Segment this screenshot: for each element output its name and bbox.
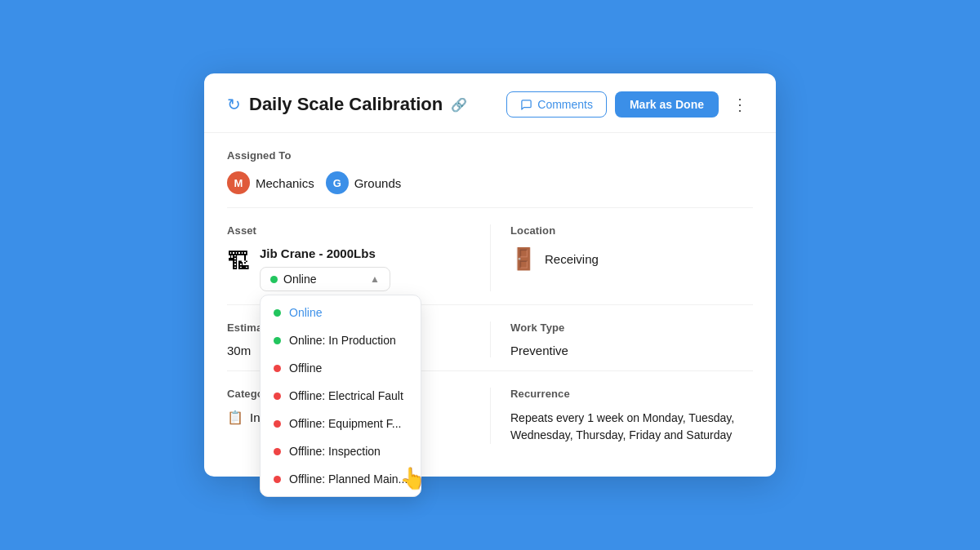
status-dropdown-menu: Online Online: In Production Offline [260, 295, 421, 497]
worktype-col: Work Type Preventive [490, 322, 753, 357]
dropdown-item-online-production[interactable]: Online: In Production [261, 326, 421, 354]
asset-col: Asset 🏗 Jib Crane - 2000Lbs Online ▲ [227, 224, 490, 291]
recurrence-col: Recurrence Repeats every 1 week on Monda… [490, 388, 753, 444]
asset-row: 🏗 Jib Crane - 2000Lbs Online ▲ [227, 246, 470, 291]
more-options-button[interactable]: ⋮ [727, 91, 753, 118]
avatar-mechanics: M [227, 171, 250, 194]
dot-offline-equipment [274, 420, 281, 428]
assignee-mechanics-name: Mechanics [256, 176, 314, 190]
status-dropdown-button[interactable]: Online ▲ [260, 267, 390, 291]
dropdown-item-offline-inspection[interactable]: Offline: Inspection 👆 [261, 437, 421, 465]
dropdown-item-offline-label: Offline [289, 361, 322, 375]
dropdown-item-online-label: Online [289, 306, 322, 319]
recurrence-text: Repeats every 1 week on Monday, Tuesday,… [510, 410, 753, 444]
dropdown-item-offline-electrical-label: Offline: Electrical Fault [289, 389, 403, 402]
asset-label: Asset [227, 224, 470, 237]
dot-offline-electrical [274, 393, 281, 400]
dropdown-item-offline-inspection-label: Offline: Inspection [289, 445, 381, 458]
assigned-to-section: Assigned To M Mechanics G Grounds [227, 133, 753, 208]
location-name: Receiving [545, 252, 599, 266]
mark-as-done-button[interactable]: Mark as Done [615, 91, 719, 118]
location-row: 🚪 Receiving [510, 246, 753, 272]
assigned-to-label: Assigned To [227, 149, 753, 162]
dropdown-item-online[interactable]: Online [261, 299, 421, 326]
status-dot-selected [270, 276, 278, 283]
link-icon[interactable]: 🔗 [451, 97, 467, 113]
refresh-icon: ↻ [227, 95, 241, 114]
status-dropdown-container: Online ▲ Online [260, 267, 470, 291]
asset-name: Jib Crane - 2000Lbs [260, 246, 470, 260]
comments-button[interactable]: Comments [506, 91, 607, 118]
header-actions: Comments Mark as Done ⋮ [506, 91, 753, 118]
chevron-up-icon: ▲ [370, 273, 380, 285]
main-modal: ↻ Daily Scale Calibration 🔗 Comments Mar… [204, 73, 776, 477]
worktype-value: Preventive [510, 344, 753, 357]
assignee-grounds: G Grounds [326, 171, 402, 194]
assignees-list: M Mechanics G Grounds [227, 171, 753, 194]
dropdown-item-offline[interactable]: Offline [261, 354, 421, 382]
recurrence-label: Recurrence [510, 388, 753, 400]
location-label: Location [510, 224, 753, 237]
location-col: Location 🚪 Receiving [490, 224, 753, 291]
dropdown-item-offline-electrical[interactable]: Offline: Electrical Fault [261, 382, 421, 410]
modal-header: ↻ Daily Scale Calibration 🔗 Comments Mar… [204, 73, 776, 133]
avatar-grounds: G [326, 171, 349, 194]
page-title: Daily Scale Calibration [249, 94, 443, 115]
location-icon: 🚪 [510, 246, 537, 272]
dropdown-item-offline-planned[interactable]: Offline: Planned Main... [261, 465, 421, 493]
dot-online-production [274, 337, 281, 344]
asset-location-section: Asset 🏗 Jib Crane - 2000Lbs Online ▲ [227, 208, 753, 305]
comments-label: Comments [537, 98, 593, 111]
dropdown-item-online-production-label: Online: In Production [289, 334, 396, 347]
dot-offline-inspection [274, 448, 281, 455]
dot-offline [274, 365, 281, 372]
comment-icon [520, 99, 532, 111]
category-icon: 📋 [227, 410, 243, 425]
status-selected: Online [270, 273, 316, 286]
dropdown-item-offline-equipment[interactable]: Offline: Equipment F... [261, 410, 421, 437]
dropdown-item-offline-equipment-label: Offline: Equipment F... [289, 417, 401, 430]
dot-online [274, 309, 281, 317]
assignee-grounds-name: Grounds [354, 176, 402, 190]
dropdown-item-offline-planned-label: Offline: Planned Main... [289, 472, 408, 486]
title-area: ↻ Daily Scale Calibration 🔗 [227, 94, 467, 115]
dot-offline-planned [274, 476, 281, 483]
assignee-mechanics: M Mechanics [227, 171, 314, 194]
status-selected-label: Online [283, 273, 316, 286]
asset-icon: 🏗 [227, 248, 250, 275]
asset-details: Jib Crane - 2000Lbs Online ▲ [260, 246, 470, 291]
modal-body: Assigned To M Mechanics G Grounds Asset … [204, 133, 776, 477]
worktype-label: Work Type [510, 322, 753, 334]
